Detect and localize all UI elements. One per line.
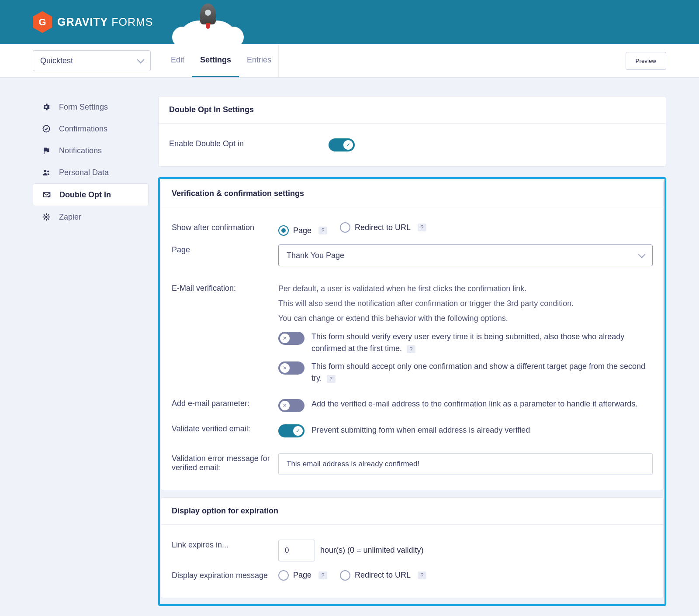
sidebar-item-label: Notifications: [59, 146, 102, 155]
sidebar-item-label: Form Settings: [59, 103, 108, 112]
help-icon[interactable]: ?: [418, 224, 426, 231]
zapier-icon: [42, 212, 51, 222]
tab-entries[interactable]: Entries: [239, 44, 279, 77]
svg-point-3: [45, 216, 48, 218]
panel-title: Double Opt In Settings: [159, 96, 666, 124]
sidebar-item-personal-data[interactable]: Personal Data: [33, 162, 149, 183]
display-expiration-message-label: Display expiration message: [172, 570, 278, 580]
radio-expiration-redirect[interactable]: Redirect to URL ?: [340, 570, 426, 581]
logo-text: GRAVITY FORMS: [57, 16, 153, 28]
envelope-check-icon: [42, 190, 52, 200]
form-selector-dropdown[interactable]: Quicktest: [33, 50, 151, 71]
chevron-down-icon: [638, 251, 646, 258]
one-confirmation-toggle[interactable]: ✕: [278, 361, 305, 375]
sidebar-item-label: Confirmations: [59, 124, 107, 134]
logo-heavy: GRAVITY: [57, 16, 108, 28]
help-icon[interactable]: ?: [318, 227, 327, 234]
panel-double-opt-in: Double Opt In Settings Enable Double Opt…: [158, 96, 666, 167]
tab-bar: Edit Settings Entries: [163, 44, 279, 77]
x-icon: ✕: [280, 401, 290, 410]
add-email-parameter-label: Add e-mail parameter:: [172, 398, 278, 408]
page-select-value: Thank You Page: [287, 251, 344, 260]
add-email-parameter-text: Add the verified e-mail address to the c…: [311, 398, 637, 410]
help-icon[interactable]: ?: [418, 571, 426, 579]
radio-label: Redirect to URL: [355, 223, 411, 232]
validate-verified-email-toggle[interactable]: ✓: [278, 424, 305, 437]
help-icon[interactable]: ?: [318, 571, 327, 579]
x-icon: ✕: [280, 334, 290, 343]
validation-error-message-label: Validation error message for verified em…: [172, 453, 278, 472]
verify-every-time-toggle[interactable]: ✕: [278, 332, 305, 345]
link-expires-label: Link expires in...: [172, 540, 278, 550]
help-icon[interactable]: ?: [407, 345, 415, 353]
sidebar-item-label: Double Opt In: [59, 190, 111, 200]
sidebar-item-notifications[interactable]: Notifications: [33, 140, 149, 162]
form-selector-value: Quicktest: [40, 56, 73, 65]
enable-doi-toggle[interactable]: ✓: [329, 138, 355, 151]
brand-logo: G GRAVITY FORMS: [33, 0, 153, 44]
radio-expiration-page[interactable]: Page ?: [278, 570, 327, 581]
panel-verification: Verification & confirmation settings Sho…: [161, 180, 664, 490]
svg-line-11: [44, 218, 45, 220]
radio-page[interactable]: Page ?: [278, 225, 327, 236]
radio-label: Redirect to URL: [355, 571, 411, 580]
radio-label: Page: [293, 226, 311, 235]
sidebar-item-zapier[interactable]: Zapier: [33, 206, 149, 228]
enable-doi-label: Enable Double Opt in: [169, 138, 329, 148]
settings-main: Double Opt In Settings Enable Double Opt…: [158, 96, 666, 606]
radio-redirect-url[interactable]: Redirect to URL ?: [340, 222, 426, 233]
radio-empty-icon: [340, 570, 350, 581]
page-select[interactable]: Thank You Page: [278, 244, 653, 266]
add-email-parameter-toggle[interactable]: ✕: [278, 399, 305, 412]
tab-edit[interactable]: Edit: [163, 44, 192, 77]
help-icon[interactable]: ?: [327, 375, 336, 383]
panel-expiration: Display option for expiration Link expir…: [161, 497, 664, 598]
radio-empty-icon: [278, 570, 289, 581]
x-icon: ✕: [280, 363, 290, 373]
validation-error-message-input[interactable]: [278, 453, 653, 475]
sidebar-item-double-opt-in[interactable]: Double Opt In: [33, 183, 149, 206]
svg-point-1: [44, 170, 46, 172]
check-circle-icon: [42, 124, 51, 134]
svg-line-8: [44, 214, 45, 216]
highlighted-section: Verification & confirmation settings Sho…: [158, 177, 666, 606]
email-verification-label: E-Mail verification:: [172, 283, 278, 293]
gear-icon: [42, 102, 51, 112]
sidebar-item-form-settings[interactable]: Form Settings: [33, 96, 149, 118]
rocket-graphic: [177, 0, 239, 44]
link-expires-input[interactable]: [278, 540, 315, 561]
one-confirmation-text: This form should accept only one confirm…: [311, 362, 645, 382]
link-expires-suffix: hour(s) (0 = unlimited validity): [320, 546, 424, 555]
preview-button[interactable]: Preview: [626, 52, 666, 70]
validate-verified-email-text: Prevent submitting form when email addre…: [311, 424, 530, 436]
verify-every-time-text: This form should verify every user every…: [311, 332, 624, 353]
svg-line-10: [48, 214, 49, 216]
app-header: G GRAVITY FORMS: [0, 0, 699, 44]
page-label: Page: [172, 244, 278, 255]
radio-label: Page: [293, 571, 311, 580]
email-verification-desc-3: You can change or extend this behavior w…: [278, 313, 653, 325]
email-verification-desc-2: This will also send the notification aft…: [278, 298, 653, 310]
email-verification-desc-1: Per default, a user is validated when he…: [278, 283, 653, 295]
sidebar-item-label: Personal Data: [59, 168, 109, 177]
users-icon: [42, 168, 51, 177]
sidebar-item-confirmations[interactable]: Confirmations: [33, 118, 149, 140]
flag-icon: [42, 146, 51, 155]
sidebar-item-label: Zapier: [59, 213, 81, 222]
panel-title: Display option for expiration: [161, 498, 663, 525]
validate-verified-email-label: Validate verified email:: [172, 423, 278, 434]
radio-filled-icon: [278, 225, 289, 236]
chevron-down-icon: [137, 56, 145, 64]
logo-light: FORMS: [111, 16, 153, 28]
svg-line-9: [48, 218, 49, 220]
radio-empty-icon: [340, 222, 350, 233]
form-toolbar: Quicktest Edit Settings Entries Preview: [0, 44, 699, 78]
tab-settings[interactable]: Settings: [192, 44, 239, 77]
check-icon: ✓: [343, 140, 353, 150]
settings-sidebar: Form Settings Confirmations Notification…: [33, 96, 149, 606]
svg-point-2: [47, 170, 49, 172]
logo-mark: G: [33, 11, 52, 33]
divider: [278, 44, 279, 77]
show-after-confirmation-label: Show after confirmation: [172, 222, 278, 232]
panel-title: Verification & confirmation settings: [161, 180, 663, 207]
